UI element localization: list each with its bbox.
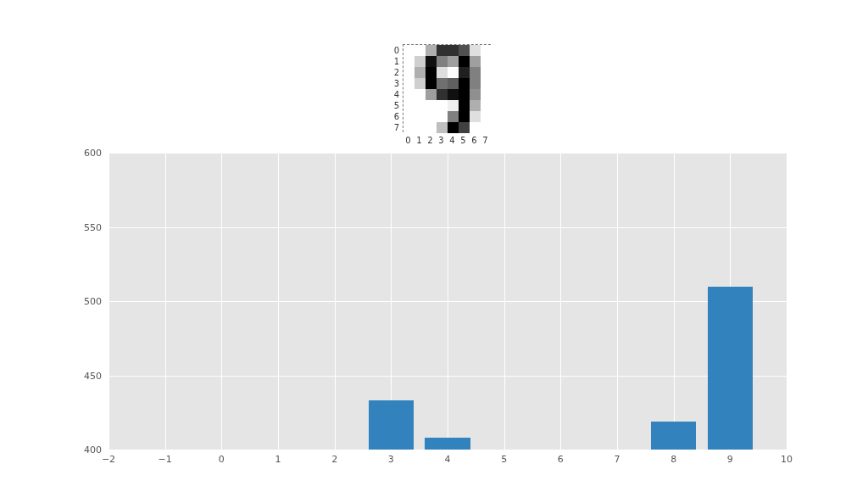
digit-axes <box>403 44 491 132</box>
xtick-label: 4 <box>445 454 451 465</box>
xtick-label: 0 <box>219 454 225 465</box>
xtick-label: 6 <box>558 454 564 465</box>
digit-xtick-label: 0 <box>405 136 410 145</box>
gridline-vertical <box>221 153 222 450</box>
digit-ytick-label: 7 <box>394 122 399 131</box>
ytick-label: 600 <box>84 148 102 159</box>
digit-ytick-label: 0 <box>394 45 399 54</box>
bar <box>708 287 753 450</box>
gridline-vertical <box>504 153 505 450</box>
gridline-vertical <box>560 153 561 450</box>
xtick-label: −2 <box>102 454 115 465</box>
digit-xtick-label: 7 <box>482 136 487 145</box>
digit-ytick-label: 2 <box>394 67 399 76</box>
ytick-label: 500 <box>84 296 102 307</box>
digit-xtick-label: 4 <box>449 136 454 145</box>
gridline-vertical <box>335 153 336 450</box>
digit-xtick-label: 6 <box>471 136 476 145</box>
digit-ytick-label: 3 <box>394 78 399 87</box>
gridline-vertical <box>617 153 618 450</box>
ytick-label: 550 <box>84 221 102 232</box>
xtick-label: 5 <box>501 454 507 465</box>
bar <box>369 400 414 450</box>
gridline-vertical <box>108 153 109 450</box>
gridline-vertical <box>448 153 448 450</box>
digit-ytick-label: 1 <box>394 56 399 65</box>
ytick-label: 450 <box>84 370 102 381</box>
xtick-label: 7 <box>615 454 620 465</box>
digit-image <box>403 45 492 133</box>
xtick-label: 8 <box>670 454 676 465</box>
bar-chart-subplot: 400450500550600 −2−1012345678910 <box>108 153 787 450</box>
xtick-label: 3 <box>388 454 394 465</box>
digit-xtick-label: 2 <box>427 136 432 145</box>
gridline-vertical <box>674 153 675 450</box>
gridline-vertical <box>278 153 279 450</box>
gridline-horizontal <box>108 450 787 450</box>
bar-axes <box>108 153 787 450</box>
digit-ytick-label: 4 <box>394 89 399 98</box>
xtick-label: −1 <box>159 454 172 465</box>
figure: 01234567 01234567 400450500550600 −2−101… <box>0 0 868 503</box>
digit-image-subplot: 01234567 01234567 <box>403 44 491 132</box>
xtick-label: 10 <box>781 454 793 465</box>
digit-xtick-label: 5 <box>460 136 465 145</box>
digit-xtick-label: 1 <box>416 136 421 145</box>
xtick-label: 1 <box>275 454 281 465</box>
bar <box>651 422 696 450</box>
digit-ytick-label: 5 <box>394 100 399 109</box>
digit-xtick-label: 3 <box>438 136 443 145</box>
digit-ytick-label: 6 <box>394 111 399 120</box>
gridline-vertical <box>165 153 166 450</box>
xtick-label: 2 <box>331 454 337 465</box>
bar <box>425 438 470 450</box>
gridline-vertical <box>787 153 787 450</box>
xtick-label: 9 <box>727 454 733 465</box>
ytick-label: 400 <box>84 444 102 455</box>
